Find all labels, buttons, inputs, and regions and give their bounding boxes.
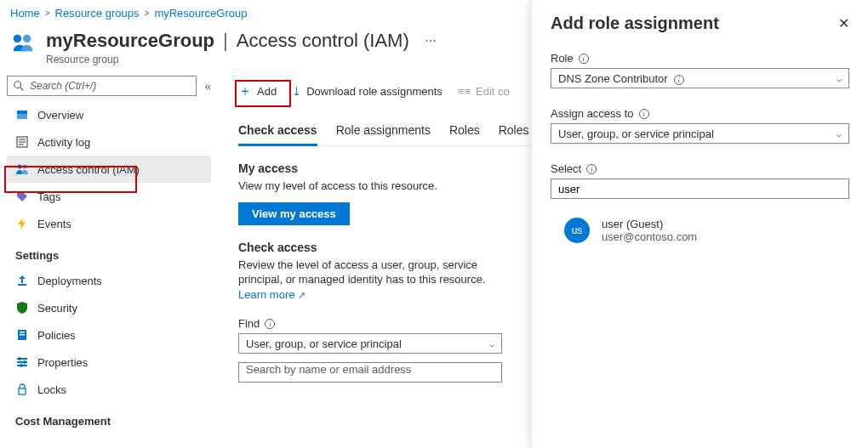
chevron-down-icon: ⌵ [837,74,842,83]
find-search-input[interactable]: Search by name or email address [238,362,502,383]
policy-icon [15,328,29,342]
sidebar-item-events[interactable]: Events [7,210,211,237]
svg-rect-14 [20,332,25,333]
svg-point-19 [23,360,26,364]
find-label: Find i [238,317,275,330]
svg-rect-12 [18,284,26,286]
chevron-down-icon: ⌵ [489,339,494,349]
download-button[interactable]: ⤓ Download role assignments [292,85,443,98]
sidebar-item-access-control[interactable]: Access control (IAM) [7,156,211,183]
tab-roles-cut[interactable]: Roles [499,118,529,145]
svg-point-2 [14,82,21,88]
close-icon[interactable]: ✕ [838,15,849,31]
add-role-assignment-panel: Add role assignment ✕ Role i DNS Zone Co… [532,0,868,448]
avatar: us [564,218,590,243]
learn-more-link[interactable]: Learn more ↗ [238,288,306,301]
shield-icon [15,301,29,315]
bc-resource-groups[interactable]: Resource groups [55,7,140,20]
resource-group-icon [10,30,36,58]
download-icon: ⤓ [292,85,301,98]
sidebar-item-security[interactable]: Security [7,294,211,321]
columns-icon: ≡≡ [458,85,471,98]
select-input[interactable] [551,179,849,199]
chevron-down-icon: ⌵ [837,129,842,139]
search-input[interactable]: Search (Ctrl+/) [7,76,197,96]
upload-icon [15,274,29,287]
my-access-text: View my level of access to this resource… [238,179,502,194]
page-subtitle: Resource group [46,54,437,65]
page-title-main: myResourceGroup [46,30,214,52]
svg-line-3 [20,88,24,91]
info-icon[interactable]: i [674,75,684,85]
bc-current[interactable]: myResourceGroup [154,7,247,20]
sidebar-item-tags[interactable]: Tags [7,183,211,210]
sidebar-item-overview[interactable]: Overview [7,101,211,128]
sidebar-item-locks[interactable]: Locks [7,376,211,403]
info-icon[interactable]: i [586,164,597,174]
properties-icon [15,355,29,369]
sidebar-item-deployments[interactable]: Deployments [7,267,211,294]
bc-home[interactable]: Home [10,7,40,20]
more-icon[interactable]: ⋯ [416,34,437,48]
svg-point-17 [18,357,21,360]
svg-point-1 [23,35,31,43]
tag-icon [15,190,29,203]
info-icon[interactable]: i [265,319,275,329]
assign-access-label: Assign access to i [551,107,649,120]
edit-columns-button[interactable]: ≡≡ Edit co [458,85,510,98]
info-icon[interactable]: i [579,54,589,64]
sidebar-section-cost: Cost Management [7,403,211,433]
sidebar-item-properties[interactable]: Properties [7,349,211,376]
tab-roles[interactable]: Roles [449,118,480,145]
chevron-right-icon: > [45,9,50,18]
add-button[interactable]: ＋ Add [238,82,277,100]
select-label: Select i [551,162,597,175]
collapse-sidebar-icon[interactable]: « [205,80,211,93]
svg-point-10 [18,165,22,169]
info-icon[interactable]: i [639,109,649,119]
check-access-text: Review the level of access a user, group… [238,258,502,303]
view-my-access-button[interactable]: View my access [238,202,350,225]
tab-role-assignments[interactable]: Role assignments [336,118,431,145]
lock-icon [15,383,29,396]
panel-title: Add role assignment [551,14,719,33]
svg-rect-15 [20,334,25,336]
svg-point-11 [23,165,27,169]
sidebar-item-activity-log[interactable]: Activity log [7,128,211,156]
page-title-sub: Access control (IAM) [237,30,409,52]
role-select[interactable]: DNS Zone Contributor i ⌵ [551,68,849,88]
role-label: Role i [551,52,589,65]
find-type-select[interactable]: User, group, or service principal ⌵ [238,333,502,354]
people-icon [15,162,29,176]
result-email: user@contoso.com [602,230,697,243]
tab-check-access[interactable]: Check access [238,118,317,146]
sidebar: Search (Ctrl+/) « Overview Activity log … [0,72,218,439]
svg-point-0 [14,35,21,43]
svg-rect-22 [19,388,26,394]
chevron-right-icon: > [145,9,150,18]
result-name: user (Guest) [602,218,697,230]
activity-icon [15,135,29,149]
svg-point-21 [20,364,23,367]
search-icon [13,80,25,92]
plus-icon: ＋ [238,82,252,100]
lightning-icon [15,217,29,230]
sidebar-section-settings: Settings [7,237,211,267]
assign-access-select[interactable]: User, group, or service principal ⌵ [551,123,849,144]
svg-rect-5 [17,111,27,114]
external-link-icon: ↗ [298,290,306,300]
cube-icon [15,108,29,122]
user-result[interactable]: us user (Guest) user@contoso.com [551,218,849,243]
sidebar-item-policies[interactable]: Policies [7,321,211,349]
